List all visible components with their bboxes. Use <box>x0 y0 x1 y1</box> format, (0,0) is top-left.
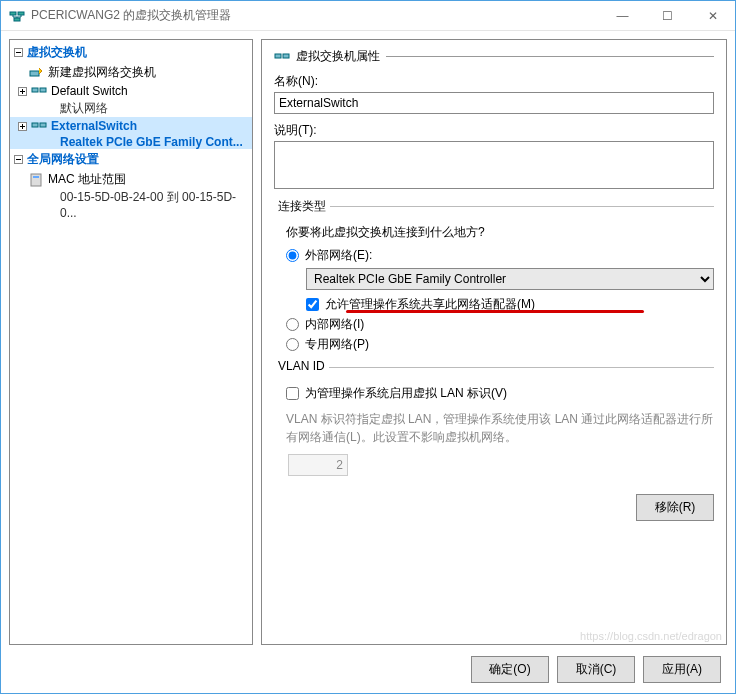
description-input[interactable] <box>274 141 714 189</box>
connection-type-group: 连接类型 你要将此虚拟交换机连接到什么地方? 外部网络(E): Realtek … <box>274 206 714 353</box>
tree-item-new-switch[interactable]: 新建虚拟网络交换机 <box>10 63 252 82</box>
svg-rect-9 <box>32 123 38 127</box>
remove-button[interactable]: 移除(R) <box>636 494 714 521</box>
tree-section-global-settings[interactable]: 全局网络设置 <box>10 149 252 170</box>
vlan-description: VLAN 标识符指定虚拟 LAN，管理操作系统使用该 LAN 通过此网络适配器进… <box>286 410 714 446</box>
window-title: PCERICWANG2 的虚拟交换机管理器 <box>31 7 600 24</box>
svg-rect-4 <box>30 71 39 76</box>
section-title-properties: 虚拟交换机属性 <box>274 48 714 65</box>
collapse-icon[interactable] <box>14 48 23 57</box>
radio-private-network[interactable]: 专用网络(P) <box>286 336 714 353</box>
cancel-button[interactable]: 取消(C) <box>557 656 635 683</box>
svg-rect-1 <box>18 12 24 15</box>
apply-button[interactable]: 应用(A) <box>643 656 721 683</box>
svg-rect-2 <box>14 18 20 21</box>
close-button[interactable]: ✕ <box>690 1 735 30</box>
name-label: 名称(N): <box>274 73 714 90</box>
expand-icon[interactable] <box>18 122 27 131</box>
name-input[interactable] <box>274 92 714 114</box>
maximize-button[interactable]: ☐ <box>645 1 690 30</box>
svg-rect-15 <box>283 54 289 58</box>
svg-rect-13 <box>33 176 39 178</box>
new-switch-icon <box>28 65 44 81</box>
watermark-text: https://blog.csdn.net/edragon <box>580 630 722 642</box>
svg-rect-10 <box>40 123 46 127</box>
radio-external-network[interactable]: 外部网络(E): <box>286 247 714 264</box>
app-icon <box>9 8 25 24</box>
svg-rect-14 <box>275 54 281 58</box>
collapse-icon[interactable] <box>14 155 23 164</box>
switch-icon <box>31 118 47 134</box>
annotation-red-underline <box>346 310 644 313</box>
adapter-select[interactable]: Realtek PCIe GbE Family Controller <box>306 268 714 290</box>
checkbox-allow-mgmt-share[interactable]: 允许管理操作系统共享此网络适配器(M) <box>306 296 714 313</box>
tree-item-mac-range-sub: 00-15-5D-0B-24-00 到 00-15-5D-0... <box>10 189 252 220</box>
vlan-id-input <box>288 454 348 476</box>
tree-item-default-switch-sub: 默认网络 <box>10 100 252 117</box>
titlebar: PCERICWANG2 的虚拟交换机管理器 — ☐ ✕ <box>1 1 735 31</box>
tree-item-external-switch-sub: Realtek PCIe GbE Family Cont... <box>10 135 252 149</box>
radio-internal-network[interactable]: 内部网络(I) <box>286 316 714 333</box>
tree-item-external-switch[interactable]: ExternalSwitch <box>10 117 252 135</box>
vlan-group: VLAN ID 为管理操作系统启用虚拟 LAN 标识(V) VLAN 标识符指定… <box>274 367 714 476</box>
minimize-button[interactable]: — <box>600 1 645 30</box>
dialog-footer: 确定(O) 取消(C) 应用(A) <box>1 653 735 693</box>
tree-item-mac-range[interactable]: MAC 地址范围 <box>10 170 252 189</box>
ok-button[interactable]: 确定(O) <box>471 656 549 683</box>
checkbox-enable-vlan[interactable]: 为管理操作系统启用虚拟 LAN 标识(V) <box>286 385 714 402</box>
tree-section-virtual-switches[interactable]: 虚拟交换机 <box>10 42 252 63</box>
tree-item-default-switch[interactable]: Default Switch <box>10 82 252 100</box>
svg-rect-7 <box>40 88 46 92</box>
properties-panel: 虚拟交换机属性 名称(N): 说明(T): 连接类型 你要将此虚拟交换机连接到什… <box>261 39 727 645</box>
svg-rect-0 <box>10 12 16 15</box>
virtual-switch-manager-window: PCERICWANG2 的虚拟交换机管理器 — ☐ ✕ 虚拟交换机 新建虚拟网络… <box>0 0 736 694</box>
switch-icon <box>31 83 47 99</box>
switch-icon <box>274 49 290 65</box>
connection-question: 你要将此虚拟交换机连接到什么地方? <box>286 224 714 241</box>
expand-icon[interactable] <box>18 87 27 96</box>
content-area: 虚拟交换机 新建虚拟网络交换机 Default Switch 默认网络 Exte… <box>1 31 735 653</box>
mac-icon <box>28 172 44 188</box>
switch-tree-panel: 虚拟交换机 新建虚拟网络交换机 Default Switch 默认网络 Exte… <box>9 39 253 645</box>
description-label: 说明(T): <box>274 122 714 139</box>
svg-rect-6 <box>32 88 38 92</box>
svg-rect-12 <box>31 174 41 186</box>
